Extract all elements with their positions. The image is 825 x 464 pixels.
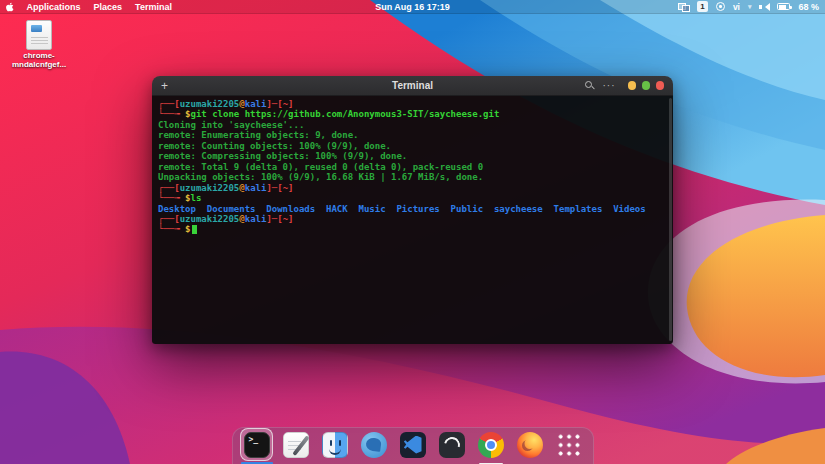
minimize-button[interactable] <box>628 81 637 90</box>
window-menu-button[interactable]: ··· <box>603 81 616 91</box>
terminal-line: ┌──[uzumaki2205@kali]─[~] <box>158 183 667 193</box>
apple-logo-icon[interactable] <box>6 2 14 12</box>
chevron-down-icon[interactable]: ▾ <box>748 3 752 11</box>
search-icon[interactable] <box>584 80 595 91</box>
desktop-file-chrome[interactable]: chrome- mndalcnfgef... <box>9 20 69 69</box>
terminal-window: + Terminal ··· ┌──[uzumaki2205@kali]─[~]… <box>152 76 673 344</box>
battery-icon[interactable] <box>777 3 790 10</box>
terminal-line: remote: Enumerating objects: 9, done. <box>158 130 667 140</box>
desktop-screen: Applications Places Terminal Sun Aug 16 … <box>0 0 825 464</box>
dock-item-web-browser[interactable] <box>360 431 388 459</box>
maximize-button[interactable] <box>642 81 651 90</box>
file-icon <box>26 20 52 50</box>
terminal-line: remote: Total 9 (delta 0), reused 0 (del… <box>158 162 667 172</box>
terminal-line: └──╼ $ <box>158 224 667 234</box>
file-label-line2: mndalcnfgef... <box>9 60 69 69</box>
dock-item-files[interactable] <box>321 431 349 459</box>
battery-percent: 68 % <box>798 2 819 12</box>
terminal-line: Cloning into 'saycheese'... <box>158 120 667 130</box>
menu-places[interactable]: Places <box>94 2 123 12</box>
dock-item-terminal[interactable] <box>243 431 271 459</box>
window-title: Terminal <box>392 80 433 91</box>
terminal-line: └──╼ $ls <box>158 193 667 203</box>
top-bar-left: Applications Places Terminal <box>6 2 172 12</box>
titlebar-actions: ··· <box>584 80 665 91</box>
terminal-icon <box>244 432 270 458</box>
close-button[interactable] <box>656 81 665 90</box>
dock-item-vscode[interactable] <box>399 431 427 459</box>
displays-tray-icon[interactable] <box>678 3 689 11</box>
keyboard-layout-indicator[interactable]: vi <box>733 2 740 12</box>
firefox-icon <box>517 432 543 458</box>
file-label-line1: chrome- <box>9 51 69 60</box>
text-editor-icon <box>283 432 309 458</box>
new-tab-button[interactable]: + <box>161 80 168 92</box>
files-icon <box>322 432 348 458</box>
menu-terminal-app[interactable]: Terminal <box>135 2 172 12</box>
terminal-line: └──╼ $git clone https://github.com/Anony… <box>158 109 667 119</box>
terminal-line: remote: Counting objects: 100% (9/9), do… <box>158 141 667 151</box>
dock-item-firefox[interactable] <box>516 431 544 459</box>
top-bar: Applications Places Terminal Sun Aug 16 … <box>0 0 825 14</box>
terminal-line: Unpacking objects: 100% (9/9), 16.68 KiB… <box>158 172 667 182</box>
status-circle-icon[interactable] <box>716 2 725 11</box>
dock-item-app-grid[interactable] <box>555 431 583 459</box>
terminal-output[interactable]: ┌──[uzumaki2205@kali]─[~]└──╼ $git clone… <box>152 96 673 344</box>
terminal-line: Desktop Documents Downloads HACK Music P… <box>158 204 667 214</box>
chrome-icon <box>478 432 504 458</box>
clock[interactable]: Sun Aug 16 17:19 <box>375 2 450 12</box>
vscode-icon <box>400 432 426 458</box>
window-controls <box>628 81 665 90</box>
web-browser-icon <box>361 432 387 458</box>
menu-applications[interactable]: Applications <box>27 2 81 12</box>
window-titlebar[interactable]: + Terminal ··· <box>152 76 673 96</box>
terminal-line: ┌──[uzumaki2205@kali]─[~] <box>158 99 667 109</box>
dock <box>232 427 594 464</box>
top-bar-tray: 1 vi ▾ 68 % <box>678 1 819 12</box>
obs-studio-icon <box>439 432 465 458</box>
terminal-line: remote: Compressing objects: 100% (9/9),… <box>158 151 667 161</box>
terminal-line: ┌──[uzumaki2205@kali]─[~] <box>158 214 667 224</box>
dock-item-text-editor[interactable] <box>282 431 310 459</box>
app-grid-icon <box>556 432 581 457</box>
terminal-cursor <box>192 225 197 234</box>
dock-item-obs-studio[interactable] <box>438 431 466 459</box>
workspace-indicator[interactable]: 1 <box>697 1 708 12</box>
volume-icon[interactable] <box>759 2 769 11</box>
dock-item-chrome[interactable] <box>477 431 505 459</box>
